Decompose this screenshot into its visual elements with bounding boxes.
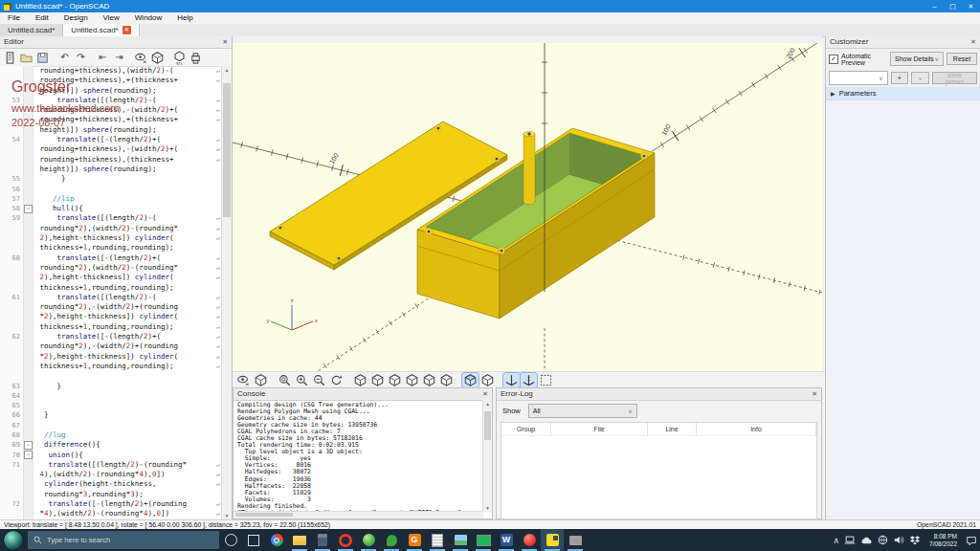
menu-edit[interactable]: Edit — [28, 12, 56, 24]
console-scrollbar[interactable]: ▲ ▼ — [482, 400, 492, 512]
taskbar-clock[interactable]: 8:08 PM 7/08/2022 — [929, 533, 957, 547]
show-scale-icon[interactable] — [521, 373, 537, 387]
minimize-button[interactable]: – — [925, 0, 944, 12]
column-header-group[interactable]: Group — [501, 423, 551, 435]
viewport-3d[interactable]: 100 200 100 z x y — [233, 43, 822, 371]
maximize-button[interactable]: ▢ — [944, 0, 962, 12]
preset-select[interactable]: ∨ — [829, 71, 888, 85]
calculator-icon[interactable] — [311, 529, 334, 551]
view-top-icon[interactable] — [369, 373, 386, 387]
menu-file[interactable]: File — [0, 12, 28, 24]
dropbox-icon[interactable] — [909, 535, 921, 545]
system-app-icon[interactable] — [564, 529, 587, 551]
render-icon[interactable] — [253, 373, 269, 387]
reset-button[interactable]: Reset — [947, 53, 977, 65]
view-front-icon[interactable] — [421, 373, 437, 387]
start-button[interactable] — [3, 530, 24, 551]
zoom-out-icon[interactable] — [311, 373, 327, 387]
openscad-taskbar-icon[interactable] — [541, 529, 564, 551]
scroll-up-icon[interactable]: ▲ — [222, 67, 232, 73]
save-preset-button[interactable]: save preset — [932, 72, 977, 84]
fold-icon[interactable]: − — [24, 205, 33, 213]
file-explorer-icon[interactable] — [288, 529, 311, 551]
scrollbar-thumb[interactable] — [235, 513, 293, 517]
editor-close-icon[interactable]: ✕ — [222, 36, 228, 48]
monitor-app-icon[interactable] — [472, 529, 495, 551]
remove-preset-button[interactable]: - — [911, 72, 929, 84]
fold-icon[interactable]: − — [24, 451, 33, 459]
editor-scrollbar[interactable]: ▲ ▼ — [221, 66, 232, 519]
new-file-icon[interactable] — [2, 51, 18, 65]
scroll-down-icon[interactable]: ▼ — [222, 513, 232, 518]
errorlog-filter-select[interactable]: All ∨ — [528, 404, 637, 418]
fold-margin — [24, 509, 33, 518]
render-icon[interactable] — [149, 51, 166, 65]
paint-icon[interactable] — [449, 529, 472, 551]
view-diagonal-icon[interactable] — [462, 373, 479, 387]
reset-view-icon[interactable] — [328, 373, 345, 387]
task-view-icon[interactable] — [242, 529, 265, 551]
tab-close-icon[interactable]: ✕ — [122, 26, 131, 34]
view-right-icon[interactable] — [352, 373, 368, 387]
undo-icon[interactable]: ↶ — [56, 51, 73, 65]
menu-view[interactable]: View — [96, 12, 127, 24]
unindent-icon[interactable]: ⇤ — [95, 51, 111, 65]
volume-icon[interactable] — [893, 535, 904, 545]
zoom-all-icon[interactable] — [277, 373, 293, 387]
taskbar-search[interactable]: Type here to search — [28, 531, 219, 549]
view-all-icon[interactable] — [538, 373, 554, 387]
notepad-icon[interactable] — [426, 529, 449, 551]
close-button[interactable]: ✕ — [962, 0, 980, 12]
app-g-icon[interactable]: G — [403, 529, 426, 551]
word-icon[interactable]: W — [495, 529, 518, 551]
console-hscrollbar[interactable] — [234, 511, 483, 518]
menu-design[interactable]: Design — [56, 12, 96, 24]
scroll-down-icon[interactable]: ▼ — [483, 505, 492, 511]
parameters-section[interactable]: ▶ Parameters — [826, 87, 980, 99]
add-preset-button[interactable]: + — [891, 72, 909, 84]
chrome-icon[interactable] — [265, 529, 288, 551]
view-center-icon[interactable] — [479, 373, 496, 387]
console-close-icon[interactable]: ✕ — [482, 388, 488, 400]
laptop-icon[interactable] — [844, 535, 856, 545]
column-header-line[interactable]: Line — [648, 423, 697, 435]
app-red-icon[interactable] — [518, 529, 541, 551]
customizer-close-icon[interactable]: ✕ — [970, 36, 976, 48]
scrollbar-thumb[interactable] — [223, 83, 231, 217]
column-header-file[interactable]: File — [551, 423, 648, 435]
action-center-icon[interactable] — [966, 535, 977, 546]
open-file-icon[interactable] — [18, 51, 34, 65]
menu-help[interactable]: Help — [169, 12, 200, 24]
network-icon[interactable] — [878, 535, 888, 545]
save-icon[interactable] — [34, 51, 51, 65]
app-green-icon[interactable] — [357, 529, 380, 551]
opera-icon[interactable] — [334, 529, 357, 551]
preview-icon[interactable] — [235, 373, 252, 387]
view-back-icon[interactable] — [438, 373, 455, 387]
zoom-in-icon[interactable] — [294, 373, 310, 387]
app-drop-icon[interactable] — [380, 529, 403, 551]
view-bottom-icon[interactable] — [387, 373, 403, 387]
export-stl-icon[interactable]: STL — [171, 51, 188, 65]
send-print-icon[interactable] — [188, 51, 204, 65]
tray-expand-icon[interactable]: ∧ — [833, 536, 839, 545]
indent-icon[interactable]: ⇥ — [111, 51, 127, 65]
errorlog-close-icon[interactable]: ✕ — [812, 388, 817, 400]
show-axes-icon[interactable] — [503, 373, 520, 387]
fold-icon[interactable]: − — [24, 441, 33, 450]
details-select[interactable]: Show Details ∨ — [890, 52, 944, 66]
onedrive-icon[interactable] — [860, 536, 873, 545]
scrollbar-thumb[interactable] — [484, 411, 491, 440]
menu-window[interactable]: Window — [127, 12, 169, 24]
column-header-info[interactable]: Info — [697, 423, 816, 435]
tab-untitled-2[interactable]: Untitled.scad*✕ — [63, 24, 139, 36]
preview-icon[interactable] — [133, 51, 149, 65]
view-left-icon[interactable] — [404, 373, 420, 387]
console-output[interactable]: Compiling design (CSG Tree generation)..… — [234, 400, 483, 512]
code-area[interactable]: rounding+thickness),(width/2)-(↵ roundin… — [0, 66, 222, 519]
automatic-preview-checkbox[interactable]: ✓ — [829, 55, 838, 64]
cortana-icon[interactable] — [219, 529, 242, 551]
redo-icon[interactable]: ↷ — [73, 51, 89, 65]
tab-untitled-1[interactable]: Untitled.scad* — [0, 24, 63, 36]
scroll-up-icon[interactable]: ▲ — [483, 401, 492, 407]
